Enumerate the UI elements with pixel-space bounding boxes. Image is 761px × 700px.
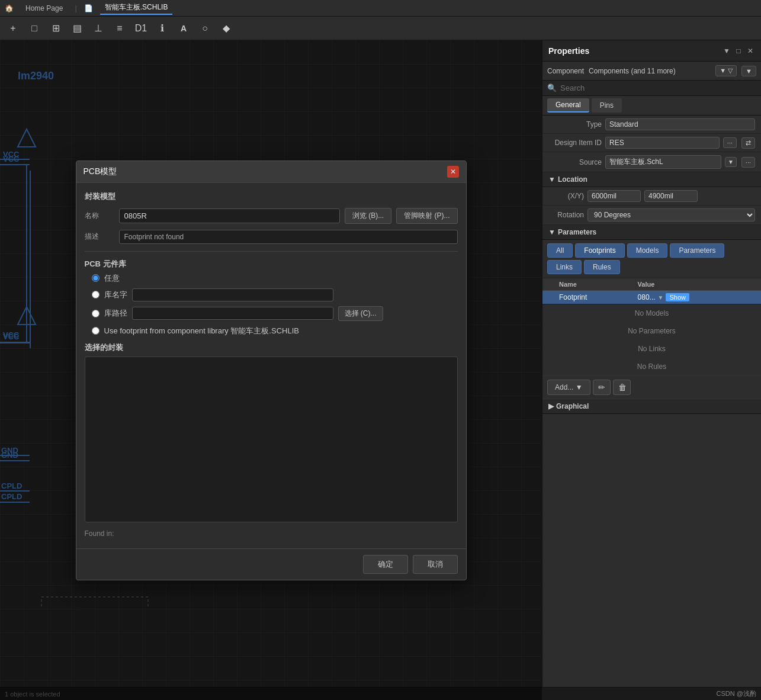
tab-home[interactable]: Home Page [21,3,68,14]
found-in-row: Found in: [85,527,458,540]
source-dropdown[interactable]: ▼ [725,157,737,167]
radio-libname-label: 库名字 [104,290,127,300]
param-links-btn[interactable]: Links [547,260,582,274]
component-subheader: Component Components (and 11 more) ▼ ▽ ▼ [542,62,761,81]
libpath-text-input[interactable] [132,307,333,320]
rotation-select[interactable]: 90 Degrees [587,208,755,221]
pcb-model-dialog: PCB模型 ✕ 封装模型 名称 浏览 (B)... 管脚映射 (P)... 描述… [76,160,467,580]
tab-schlib[interactable]: 智能车主板.SCHLIB [100,1,173,15]
radio-complib-input[interactable] [92,327,99,335]
param-models-btn[interactable]: Models [627,243,668,258]
name-input[interactable] [119,208,340,223]
design-item-more[interactable]: ··· [723,137,737,148]
confirm-button[interactable]: 确定 [363,555,408,574]
design-item-label: Design Item ID [548,139,602,147]
source-more[interactable]: ··· [741,157,755,168]
info-tool[interactable]: ℹ [153,19,172,38]
param-rules-btn[interactable]: Rules [584,260,620,274]
no-models-msg: No Models [542,304,761,322]
location-title: Location [558,175,587,184]
table-row[interactable]: Footprint 080... ▼ Show [542,291,761,304]
graphical-title: Graphical [556,402,589,410]
select-tool[interactable]: □ [25,19,44,38]
annotation-tool[interactable]: D1 [131,19,150,38]
x-input[interactable] [587,190,641,202]
search-bar: 🔍 [542,81,761,96]
footprint-value-cell: 080... ▼ Show [633,291,761,304]
radio-any-label: 任意 [104,273,120,284]
graphical-section: ▶ Graphical [542,399,761,414]
radio-component-lib: Use footprint from component library 智能车… [92,326,458,336]
row-icon [542,291,554,304]
xy-row: (X/Y) [542,187,761,205]
browse-button[interactable]: 浏览 (B)... [345,208,391,224]
float-btn[interactable]: □ [734,46,743,56]
radio-any: 任意 [92,273,458,284]
radio-group: 任意 库名字 库路径 选择 (C)... [92,273,458,336]
show-button[interactable]: Show [666,293,689,301]
wire-tool[interactable]: ⊥ [89,19,108,38]
dropdown-button[interactable]: ▼ [741,66,756,76]
pin-map-button[interactable]: 管脚映射 (P)... [396,208,457,224]
desc-value: Footprint not found [119,230,458,244]
section3-title: 选择的封装 [85,342,458,353]
radio-any-input[interactable] [92,274,99,282]
design-item-link[interactable]: ⇄ [741,137,755,149]
main-layout: lm2940 VCC VCC GND CPLD VCC VCC GND [0,40,761,700]
name-row: 名称 浏览 (B)... 管脚映射 (P)... [85,208,458,224]
pin-btn[interactable]: ▼ [722,46,731,56]
source-label: Source [548,158,602,166]
add-tool[interactable]: + [4,19,23,38]
status-right: CSDN @浅酌 [717,689,756,698]
shape-tool[interactable]: ◆ [217,19,236,38]
properties-title: Properties [548,46,589,56]
source-row: Source 智能车主板.SchL ▼ ··· [542,152,761,172]
graphical-section-header[interactable]: ▶ Graphical [542,399,761,414]
edit-button[interactable]: ✏ [593,380,611,395]
radio-libpath-label: 库路径 [104,308,127,319]
param-all-btn[interactable]: All [547,243,573,258]
delete-button[interactable]: 🗑 [613,380,631,395]
value-dropdown[interactable]: ▼ [658,294,664,301]
close-panel-btn[interactable]: ✕ [746,46,755,56]
canvas-area[interactable]: lm2940 VCC VCC GND CPLD VCC VCC GND [0,40,542,700]
props-content: Type Standard Design Item ID RES ··· ⇄ S… [542,115,761,700]
add-button[interactable]: Add... ▼ [547,380,590,395]
radio-libname-input[interactable] [92,291,99,298]
radio-complib-label: Use footprint from component library 智能车… [104,326,299,336]
grid-tool[interactable]: ⊞ [46,19,65,38]
add-row: Add... ▼ ✏ 🗑 [542,375,761,399]
y-input[interactable] [644,190,698,202]
search-icon: 🔍 [547,84,557,92]
design-item-row: Design Item ID RES ··· ⇄ [542,134,761,152]
xy-label: (X/Y) [548,192,584,200]
param-parameters-btn[interactable]: Parameters [670,243,724,258]
search-input[interactable] [560,84,756,92]
tab-pins[interactable]: Pins [592,98,622,113]
col-value-header: Value [633,278,761,291]
col-name-header: Name [554,278,633,291]
radio-libpath-input[interactable] [92,310,99,317]
tab-general[interactable]: General [547,98,589,113]
source-value: 智能车主板.SchL [605,155,721,169]
radio-libname: 库名字 [92,288,458,301]
cancel-button[interactable]: 取消 [413,555,458,574]
dialog-overlay: PCB模型 ✕ 封装模型 名称 浏览 (B)... 管脚映射 (P)... 描述… [0,40,542,700]
rotation-label: Rotation [548,211,584,219]
arc-tool[interactable]: ○ [195,19,214,38]
header-buttons: ▼ □ ✕ [722,46,755,56]
parameters-section-header[interactable]: ▼ Parameters [542,225,761,240]
location-section-header[interactable]: ▼ Location [542,172,761,187]
layer-tool[interactable]: ▤ [68,19,86,38]
libname-text-input[interactable] [132,288,333,301]
param-footprints-btn[interactable]: Footprints [575,243,624,258]
text-tool[interactable]: A [174,19,193,38]
bus-tool[interactable]: ≡ [110,19,129,38]
dialog-close-button[interactable]: ✕ [447,166,459,178]
type-row: Type Standard [542,115,761,134]
dialog-titlebar: PCB模型 ✕ [76,161,466,183]
select-button[interactable]: 选择 (C)... [338,306,383,321]
filter-button[interactable]: ▼ ▽ [715,65,737,76]
titlebar: 🏠 Home Page | 📄 智能车主板.SCHLIB [0,0,761,17]
found-in-label: Found in: [85,529,114,538]
